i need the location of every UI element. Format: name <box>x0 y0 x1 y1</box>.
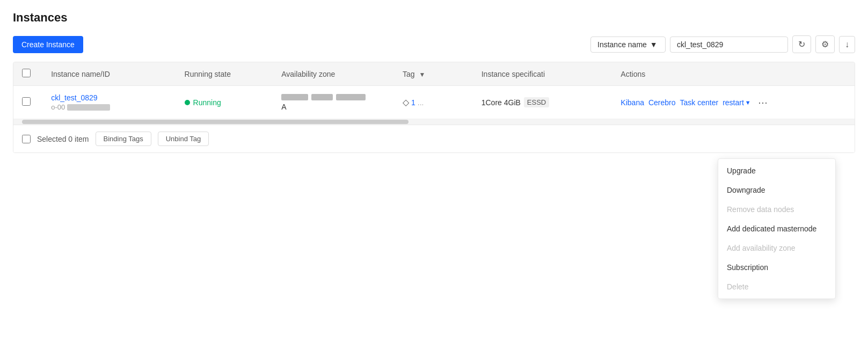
filter-dropdown[interactable]: Instance name ▼ <box>590 37 666 53</box>
col-header-state: Running state <box>185 70 231 78</box>
unbind-tag-button[interactable]: Unbind Tag <box>158 132 209 146</box>
toolbar: Create Instance Instance name ▼ ↻ ⚙ ↓ <box>13 35 855 53</box>
chevron-down-icon: ▼ <box>650 40 658 49</box>
tag-cell: ◇ 1 ... <box>403 97 424 107</box>
cerebro-link[interactable]: Cerebro <box>648 98 676 107</box>
page-title: Instances <box>13 11 855 25</box>
search-area: Instance name ▼ ↻ ⚙ ↓ <box>590 35 855 53</box>
select-all-checkbox[interactable] <box>22 69 31 77</box>
instance-name-link[interactable]: ckl_test_0829 <box>51 93 97 102</box>
settings-button[interactable]: ⚙ <box>815 35 835 53</box>
az-blurred-3 <box>336 94 366 100</box>
binding-tags-button[interactable]: Binding Tags <box>96 132 151 146</box>
restart-chevron-icon: ▼ <box>745 99 751 106</box>
tag-icon-symbol: ◇ <box>403 97 409 107</box>
filter-label: Instance name <box>597 40 647 49</box>
dropdown-item-delete: Delete <box>718 277 835 296</box>
actions-dropdown-menu: Upgrade Downgrade Remove data nodes Add … <box>718 158 836 299</box>
more-actions-button[interactable]: ⋯ <box>755 95 770 110</box>
dropdown-item-add-az: Add availability zone <box>718 238 835 258</box>
spec-cores: 1Core 4GiB <box>482 98 521 107</box>
spec-disk-badge: ESSD <box>524 97 549 107</box>
az-blurred-1 <box>281 94 308 100</box>
download-icon: ↓ <box>845 40 849 49</box>
col-header-az: Availability zone <box>281 70 335 78</box>
col-header-name: Instance name/ID <box>51 70 110 78</box>
instance-id: o-00 <box>51 103 167 111</box>
task-center-link[interactable]: Task center <box>680 98 719 107</box>
status-dot <box>185 100 190 105</box>
table-row: ckl_test_0829 o-00 Running <box>13 86 855 119</box>
col-header-tag: Tag <box>403 70 415 78</box>
dropdown-item-remove-nodes: Remove data nodes <box>718 200 835 219</box>
dropdown-item-add-masternode[interactable]: Add dedicated masternode <box>718 219 835 238</box>
selected-count: Selected 0 item <box>37 135 89 143</box>
spec-cell: 1Core 4GiB ESSD <box>482 97 604 107</box>
download-button[interactable]: ↓ <box>839 36 855 53</box>
footer-checkbox[interactable] <box>22 135 31 143</box>
status-text: Running <box>193 98 221 107</box>
filter-icon[interactable]: ▼ <box>419 71 425 78</box>
tag-dots: ... <box>418 98 424 107</box>
gear-icon: ⚙ <box>821 39 829 49</box>
availability-zone: A <box>281 94 385 111</box>
table-header-row: Instance name/ID Running state Availabil… <box>13 62 855 86</box>
page-container: Instances Create Instance Instance name … <box>0 0 868 342</box>
restart-label: restart <box>723 98 744 107</box>
running-state: Running <box>185 98 265 107</box>
instances-table: Instance name/ID Running state Availabil… <box>13 62 855 153</box>
col-header-spec: Instance specificati <box>482 70 545 78</box>
col-header-actions: Actions <box>621 70 645 78</box>
create-instance-button[interactable]: Create Instance <box>13 36 83 53</box>
az-letter: A <box>281 103 286 111</box>
tag-count-link[interactable]: 1 <box>411 98 415 107</box>
horizontal-scrollbar[interactable] <box>13 119 855 125</box>
refresh-icon: ↻ <box>798 39 805 49</box>
kibana-link[interactable]: Kibana <box>621 98 644 107</box>
dropdown-item-subscription[interactable]: Subscription <box>718 258 835 277</box>
restart-button[interactable]: restart ▼ <box>723 98 751 107</box>
dropdown-item-downgrade[interactable]: Downgrade <box>718 180 835 200</box>
row-checkbox[interactable] <box>22 97 31 106</box>
id-blurred <box>67 104 110 111</box>
refresh-button[interactable]: ↻ <box>792 35 811 53</box>
search-input[interactable] <box>670 37 788 53</box>
table-footer: Selected 0 item Binding Tags Unbind Tag <box>13 125 855 152</box>
scrollbar-thumb <box>22 120 409 124</box>
az-blurred-2 <box>311 94 333 100</box>
dropdown-item-upgrade[interactable]: Upgrade <box>718 161 835 180</box>
instance-id-text: o-00 <box>51 103 167 111</box>
actions-cell: Kibana Cerebro Task center restart ▼ ⋯ <box>621 95 846 110</box>
